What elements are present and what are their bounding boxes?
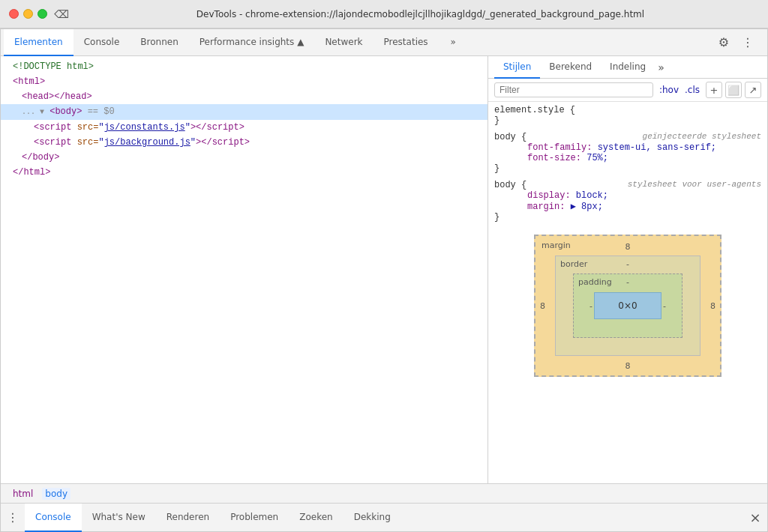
titlebar: ⌫ DevTools - chrome-extension://lajondec… — [0, 0, 768, 28]
tab-prestaties[interactable]: Prestaties — [374, 29, 439, 56]
css-property: font-family: — [515, 142, 592, 153]
tab-berekend[interactable]: Berekend — [540, 56, 601, 79]
tab-renderen[interactable]: Renderen — [156, 504, 220, 532]
expand-arrow-icon: ... ▼ — [22, 108, 44, 116]
close-button[interactable] — [9, 9, 19, 19]
breadcrumb-bar: html body — [1, 483, 767, 503]
new-rule-icon[interactable]: ⬜ — [725, 82, 742, 98]
box-model-diagram: margin 8 8 8 8 border - — [534, 235, 722, 377]
content-box: 0×0 — [594, 292, 662, 319]
maximize-button[interactable] — [38, 9, 47, 19]
margin-bottom-value: 8 — [626, 361, 631, 371]
styles-tab-bar: Stijlen Berekend Indeling » — [488, 56, 767, 79]
tab-console[interactable]: Console — [74, 29, 130, 56]
right-dash: - — [663, 301, 666, 311]
cls-button[interactable]: .cls — [685, 85, 700, 95]
more-options-icon[interactable]: ⋮ — [737, 32, 758, 53]
window-title: DevTools - chrome-extension://lajondecmo… — [82, 9, 759, 19]
js-constants-link[interactable]: js/constants.js — [104, 122, 185, 133]
element-state-icon[interactable]: ↗ — [745, 82, 761, 98]
content-dimensions: 0×0 — [618, 300, 637, 311]
dom-line: <script src="js/constants.js"></script> — [1, 120, 488, 135]
box-model-container: margin 8 8 8 8 border - — [494, 229, 761, 383]
styles-filter-input[interactable] — [494, 82, 653, 97]
tab-bronnen[interactable]: Bronnen — [130, 29, 188, 56]
border-val: - — [626, 259, 629, 269]
tab-dekking[interactable]: Dekking — [344, 504, 401, 532]
hov-pseudo-button[interactable]: :hov — [659, 85, 679, 95]
css-value: ▶ 8px; — [571, 202, 603, 212]
tab-problemen[interactable]: Problemen — [220, 504, 289, 532]
breadcrumb-body[interactable]: body — [42, 488, 70, 500]
padding-label: padding — [578, 277, 612, 287]
tab-stijlen[interactable]: Stijlen — [494, 56, 540, 79]
css-block-body-injected: body { geïnjecteerde stylesheet font-fam… — [494, 132, 761, 174]
margin-top-value: 8 — [626, 242, 631, 252]
border-label: border — [560, 259, 587, 269]
main-area: <!DOCTYPE html> <html> <head></head> ...… — [1, 56, 767, 483]
tab-indeling[interactable]: Indeling — [601, 56, 655, 79]
bottom-menu-icon[interactable]: ⋮ — [1, 504, 25, 532]
tab-zoeken[interactable]: Zoeken — [289, 504, 343, 532]
margin-label: margin — [542, 241, 571, 250]
dom-line: <!DOCTYPE html> — [1, 59, 488, 74]
css-value: 75%; — [586, 153, 608, 163]
css-value: system-ui, sans-serif; — [598, 142, 716, 153]
dom-line: </html> — [1, 165, 488, 180]
tab-elementen[interactable]: Elementen — [4, 29, 74, 56]
settings-icon[interactable]: ⚙ — [713, 32, 734, 53]
js-background-link[interactable]: js/background.js — [104, 137, 190, 148]
tab-whats-new[interactable]: What's New — [82, 504, 156, 532]
add-style-icon[interactable]: + — [706, 82, 722, 98]
css-source: stylesheet voor user-agents — [628, 180, 761, 189]
css-selector: body { — [494, 180, 526, 190]
css-property: margin: — [515, 202, 565, 212]
styles-panel: Stijlen Berekend Indeling » :hov .cls + … — [488, 56, 767, 483]
back-icon[interactable]: ⌫ — [53, 6, 70, 22]
bottom-panel: ⋮ Console What's New Renderen Problemen … — [1, 503, 767, 531]
css-selector: body { — [494, 132, 526, 142]
top-tab-bar: Elementen Console Bronnen Performance in… — [1, 29, 767, 56]
dom-line: </body> — [1, 150, 488, 165]
breadcrumb-html[interactable]: html — [10, 488, 36, 500]
dom-line: <head></head> — [1, 89, 488, 104]
css-selector: element.style { — [494, 105, 575, 115]
devtools-window: Elementen Console Bronnen Performance in… — [0, 28, 768, 532]
tab-netwerk[interactable]: Netwerk — [314, 29, 373, 56]
css-value: block; — [576, 190, 608, 201]
css-property: display: — [515, 190, 571, 201]
styles-filter-bar: :hov .cls + ⬜ ↗ — [488, 79, 767, 102]
css-source: geïnjecteerde stylesheet — [643, 132, 761, 141]
padding-val: - — [626, 277, 629, 287]
dom-body-line[interactable]: ... ▼ <body> == $0 — [1, 104, 488, 120]
tab-console-bottom[interactable]: Console — [25, 504, 82, 532]
style-tabs-more-icon[interactable]: » — [658, 61, 664, 73]
close-bottom-panel-icon[interactable]: × — [743, 504, 767, 532]
margin-left-value: 8 — [540, 301, 545, 311]
css-property: font-size: — [515, 153, 581, 163]
margin-right-value: 8 — [710, 301, 716, 311]
styles-content: element.style { } body { geïnjecteerde s… — [488, 102, 767, 483]
dom-line: <html> — [1, 74, 488, 89]
left-dash: - — [590, 301, 592, 311]
tab-performance[interactable]: Performance insights ▲ — [189, 29, 315, 56]
css-block-element-style: element.style { } — [494, 105, 761, 126]
minimize-button[interactable] — [23, 9, 33, 19]
dom-line: <script src="js/background.js"></script> — [1, 135, 488, 150]
tabs-more-button[interactable]: » — [440, 29, 466, 56]
css-block-body-useragent: body { stylesheet voor user-agents displ… — [494, 180, 761, 223]
traffic-lights — [9, 9, 47, 19]
dom-panel: <!DOCTYPE html> <html> <head></head> ...… — [1, 56, 488, 483]
